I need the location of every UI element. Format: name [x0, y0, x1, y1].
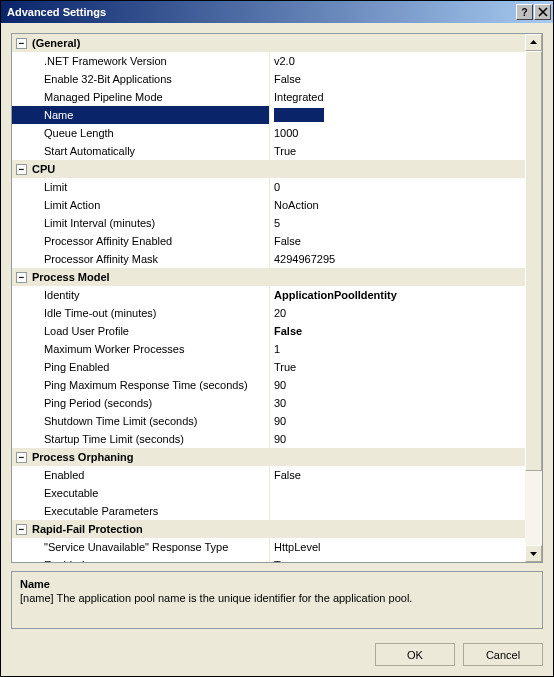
property-row[interactable]: EnabledTrue — [12, 556, 525, 562]
property-row[interactable]: Ping Maximum Response Time (seconds)90 — [12, 376, 525, 394]
category-header[interactable]: −Process Orphaning — [12, 448, 525, 466]
property-value[interactable]: True — [270, 142, 525, 160]
category-header[interactable]: −(General) — [12, 34, 525, 52]
property-row[interactable]: "Service Unavailable" Response TypeHttpL… — [12, 538, 525, 556]
property-row[interactable]: Limit ActionNoAction — [12, 196, 525, 214]
property-label: "Service Unavailable" Response Type — [12, 538, 270, 556]
property-label: Ping Maximum Response Time (seconds) — [12, 376, 270, 394]
property-row[interactable]: Managed Pipeline ModeIntegrated — [12, 88, 525, 106]
category-label: Process Model — [32, 271, 110, 283]
property-row[interactable]: Processor Affinity EnabledFalse — [12, 232, 525, 250]
property-value[interactable]: 90 — [270, 412, 525, 430]
collapse-icon[interactable]: − — [16, 38, 27, 49]
category-label: CPU — [32, 163, 55, 175]
property-value[interactable] — [270, 502, 525, 520]
property-value[interactable]: v2.0 — [270, 52, 525, 70]
property-row[interactable]: Executable Parameters — [12, 502, 525, 520]
cancel-button[interactable]: Cancel — [463, 643, 543, 666]
property-value[interactable] — [270, 484, 525, 502]
property-value[interactable]: True — [270, 358, 525, 376]
close-button[interactable] — [534, 4, 551, 20]
collapse-icon[interactable]: − — [16, 272, 27, 283]
property-row[interactable]: Load User ProfileFalse — [12, 322, 525, 340]
property-value[interactable]: 0 — [270, 178, 525, 196]
category-header[interactable]: −Rapid-Fail Protection — [12, 520, 525, 538]
collapse-icon[interactable]: − — [16, 164, 27, 175]
property-value[interactable]: 5 — [270, 214, 525, 232]
property-row[interactable]: Start AutomaticallyTrue — [12, 142, 525, 160]
scroll-track[interactable] — [525, 51, 542, 545]
property-label: Name — [12, 106, 270, 124]
collapse-icon[interactable]: − — [16, 524, 27, 535]
property-row[interactable]: Idle Time-out (minutes)20 — [12, 304, 525, 322]
property-value[interactable]: 1 — [270, 340, 525, 358]
property-value[interactable]: 90 — [270, 376, 525, 394]
property-label: Start Automatically — [12, 142, 270, 160]
advanced-settings-dialog: Advanced Settings ? −(General).NET Frame… — [0, 0, 554, 677]
chevron-down-icon — [530, 550, 537, 557]
category-header[interactable]: −Process Model — [12, 268, 525, 286]
property-value[interactable]: 1000 — [270, 124, 525, 142]
property-grid: −(General).NET Framework Versionv2.0Enab… — [11, 33, 543, 563]
scroll-up-button[interactable] — [525, 34, 542, 51]
property-row[interactable]: Limit0 — [12, 178, 525, 196]
property-value[interactable]: 30 — [270, 394, 525, 412]
dialog-buttons: OK Cancel — [11, 643, 543, 666]
property-row[interactable]: Name — [12, 106, 525, 124]
property-row[interactable]: EnabledFalse — [12, 466, 525, 484]
property-row[interactable]: Limit Interval (minutes)5 — [12, 214, 525, 232]
property-label: Enabled — [12, 556, 270, 562]
ok-button[interactable]: OK — [375, 643, 455, 666]
property-value[interactable]: 20 — [270, 304, 525, 322]
property-value[interactable]: Integrated — [270, 88, 525, 106]
category-header[interactable]: −CPU — [12, 160, 525, 178]
property-value[interactable]: False — [270, 466, 525, 484]
scroll-thumb[interactable] — [525, 51, 542, 471]
scroll-down-button[interactable] — [525, 545, 542, 562]
property-row[interactable]: Processor Affinity Mask4294967295 — [12, 250, 525, 268]
property-row[interactable]: Executable — [12, 484, 525, 502]
property-value[interactable]: False — [270, 70, 525, 88]
scrollbar-vertical[interactable] — [525, 34, 542, 562]
property-value[interactable]: True — [270, 556, 525, 562]
window-title: Advanced Settings — [7, 6, 106, 18]
property-value[interactable]: 90 — [270, 430, 525, 448]
property-value-input[interactable] — [274, 108, 324, 122]
chevron-up-icon — [530, 39, 537, 46]
property-label: Startup Time Limit (seconds) — [12, 430, 270, 448]
titlebar: Advanced Settings ? — [1, 1, 553, 23]
property-row[interactable]: Ping Period (seconds)30 — [12, 394, 525, 412]
help-icon: ? — [521, 7, 527, 18]
property-label: Limit — [12, 178, 270, 196]
property-label: Limit Interval (minutes) — [12, 214, 270, 232]
property-label: Limit Action — [12, 196, 270, 214]
property-label: Ping Enabled — [12, 358, 270, 376]
property-row[interactable]: Shutdown Time Limit (seconds)90 — [12, 412, 525, 430]
description-title: Name — [20, 578, 534, 590]
collapse-icon[interactable]: − — [16, 452, 27, 463]
property-label: Executable Parameters — [12, 502, 270, 520]
property-value[interactable]: False — [270, 322, 525, 340]
property-row[interactable]: Queue Length1000 — [12, 124, 525, 142]
content-area: −(General).NET Framework Versionv2.0Enab… — [1, 23, 553, 676]
property-label: Enable 32-Bit Applications — [12, 70, 270, 88]
property-row[interactable]: Startup Time Limit (seconds)90 — [12, 430, 525, 448]
property-value[interactable] — [270, 106, 525, 124]
property-value[interactable]: 4294967295 — [270, 250, 525, 268]
property-value[interactable]: False — [270, 232, 525, 250]
property-value[interactable]: ApplicationPoolIdentity — [270, 286, 525, 304]
property-row[interactable]: Enable 32-Bit ApplicationsFalse — [12, 70, 525, 88]
property-row[interactable]: Maximum Worker Processes1 — [12, 340, 525, 358]
help-button[interactable]: ? — [516, 4, 533, 20]
property-label: Processor Affinity Enabled — [12, 232, 270, 250]
property-value[interactable]: HttpLevel — [270, 538, 525, 556]
property-label: Enabled — [12, 466, 270, 484]
property-label: Maximum Worker Processes — [12, 340, 270, 358]
property-row[interactable]: .NET Framework Versionv2.0 — [12, 52, 525, 70]
property-label: Processor Affinity Mask — [12, 250, 270, 268]
property-row[interactable]: Ping EnabledTrue — [12, 358, 525, 376]
property-value[interactable]: NoAction — [270, 196, 525, 214]
titlebar-buttons: ? — [516, 4, 551, 20]
property-row[interactable]: IdentityApplicationPoolIdentity — [12, 286, 525, 304]
property-label: Executable — [12, 484, 270, 502]
